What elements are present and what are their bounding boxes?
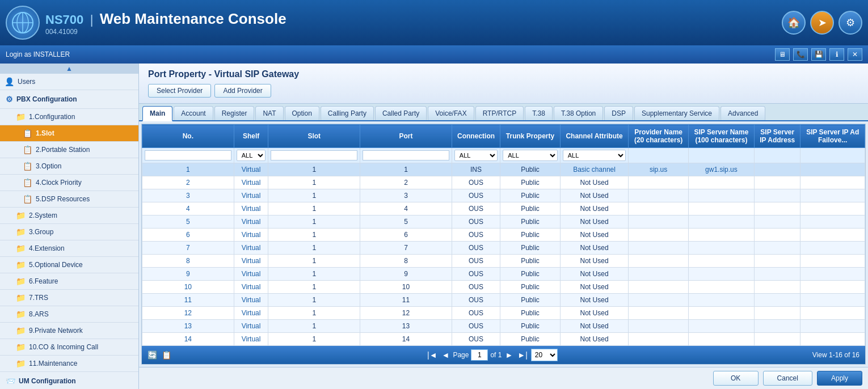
sidebar-item-pbx-config[interactable]: ⚙ PBX Configuration — [0, 90, 138, 109]
phone-icon[interactable]: 📞 — [793, 48, 808, 61]
tab-register[interactable]: Register — [214, 106, 255, 120]
tab-main[interactable]: Main — [142, 106, 172, 121]
tab-called-party[interactable]: Called Party — [375, 106, 427, 120]
sidebar-item-maintenance[interactable]: 📁 11.Maintenance — [0, 356, 138, 372]
sidebar-item-dsp-resources[interactable]: 📋 5.DSP Resources — [0, 191, 138, 208]
table-row[interactable]: 1Virtual11INSPublicBasic channelsip.usgw… — [142, 163, 865, 176]
filter-no-input[interactable] — [145, 150, 231, 160]
page-first-btn[interactable]: |◄ — [426, 350, 439, 360]
tab-calling-party[interactable]: Calling Party — [321, 106, 374, 120]
tab-dsp[interactable]: DSP — [604, 106, 633, 120]
tab-advanced[interactable]: Advanced — [720, 106, 765, 120]
tab-account[interactable]: Account — [174, 106, 213, 120]
tab-supplementary-service[interactable]: Supplementary Service — [634, 106, 719, 120]
table-row[interactable]: 2Virtual12OUSPublicNot Used — [142, 176, 865, 189]
sidebar-item-group[interactable]: 📁 3.Group — [0, 224, 138, 240]
table-cell[interactable]: 13 — [142, 320, 234, 333]
table-cell[interactable]: Virtual — [234, 202, 268, 215]
sidebar-item-configuration[interactable]: 📁 1.Configuration — [0, 109, 138, 125]
table-cell[interactable]: 8 — [142, 255, 234, 268]
sidebar-item-users[interactable]: 👤 Users — [0, 74, 138, 90]
page-number-input[interactable] — [471, 349, 488, 361]
table-row[interactable]: 6Virtual16OUSPublicNot Used — [142, 229, 865, 242]
apply-button[interactable]: Apply — [817, 371, 862, 386]
table-cell[interactable]: Virtual — [234, 163, 268, 176]
table-container[interactable]: No. Shelf Slot Port Connection Trunk Pro… — [142, 124, 865, 346]
filter-connection-select[interactable]: ALLINSOUS — [454, 150, 498, 161]
monitor-icon[interactable]: 🖥 — [775, 48, 790, 61]
sidebar-item-trs[interactable]: 📁 7.TRS — [0, 290, 138, 306]
table-row[interactable]: 9Virtual19OUSPublicNot Used — [142, 268, 865, 281]
sidebar-item-option[interactable]: 📋 3.Option — [0, 158, 138, 175]
table-cell[interactable]: 7 — [142, 242, 234, 255]
table-row[interactable]: 12Virtual112OUSPublicNot Used — [142, 307, 865, 320]
table-cell[interactable]: 11 — [142, 294, 234, 307]
ok-button[interactable]: OK — [713, 371, 759, 386]
table-cell[interactable]: Virtual — [234, 242, 268, 255]
table-cell[interactable]: Virtual — [234, 281, 268, 294]
table-cell[interactable]: Virtual — [234, 320, 268, 333]
table-cell[interactable]: Virtual — [234, 307, 268, 320]
table-row[interactable]: 5Virtual15OUSPublicNot Used — [142, 215, 865, 229]
page-last-btn[interactable]: ►| — [516, 350, 529, 360]
table-cell[interactable]: 6 — [142, 229, 234, 242]
page-next-btn[interactable]: ► — [504, 350, 514, 360]
table-row[interactable]: 14Virtual114OUSPublicNot Used — [142, 333, 865, 346]
tab-t38-option[interactable]: T.38 Option — [554, 106, 603, 120]
table-cell[interactable]: Virtual — [234, 268, 268, 281]
table-cell[interactable]: 2 — [142, 176, 234, 189]
tab-option[interactable]: Option — [285, 106, 319, 120]
sidebar-item-system[interactable]: 📁 2.System — [0, 208, 138, 224]
sidebar-item-portable-station[interactable]: 📋 2.Portable Station — [0, 142, 138, 158]
table-cell[interactable]: 4 — [142, 202, 234, 215]
table-cell[interactable]: 10 — [142, 281, 234, 294]
sidebar-item-clock-priority[interactable]: 📋 4.Clock Priority — [0, 175, 138, 191]
table-row[interactable]: 4Virtual14OUSPublicNot Used — [142, 202, 865, 215]
filter-slot-input[interactable] — [271, 150, 357, 160]
table-row[interactable]: 3Virtual13OUSPublicNot Used — [142, 189, 865, 202]
table-cell[interactable]: 9 — [142, 268, 234, 281]
save-icon[interactable]: 💾 — [811, 48, 826, 61]
sidebar-item-private-network[interactable]: 📁 9.Private Network — [0, 323, 138, 339]
table-row[interactable]: 10Virtual110OUSPublicNot Used — [142, 281, 865, 294]
filter-channel-attribute-select[interactable]: ALLBasic channelNot Used — [563, 150, 626, 161]
table-cell[interactable]: 12 — [142, 307, 234, 320]
table-cell[interactable]: gw1.sip.us — [688, 163, 754, 176]
table-cell[interactable]: Virtual — [234, 255, 268, 268]
table-cell[interactable]: sip.us — [629, 163, 688, 176]
sidebar-item-slot[interactable]: 📋 1.Slot — [0, 125, 138, 142]
filter-trunk-property-select[interactable]: ALLPublicPrivate — [503, 150, 557, 161]
page-prev-btn[interactable]: ◄ — [441, 350, 451, 360]
sidebar-item-um-config[interactable]: 📨 UM Configuration — [0, 372, 138, 389]
sidebar-item-optional-device[interactable]: 📁 5.Optional Device — [0, 257, 138, 273]
add-provider-button[interactable]: Add Provider — [214, 84, 271, 98]
settings-button[interactable]: ⚙ — [838, 11, 862, 35]
table-row[interactable]: 11Virtual111OUSPublicNot Used — [142, 294, 865, 307]
tab-rtp-rtcp[interactable]: RTP/RTCP — [475, 106, 524, 120]
sidebar-scroll-up[interactable]: ▲ — [0, 64, 138, 74]
filter-shelf-select[interactable]: ALL — [237, 150, 266, 161]
table-row[interactable]: 13Virtual113OUSPublicNot Used — [142, 320, 865, 333]
navigate-button[interactable]: ➤ — [810, 11, 834, 35]
info-icon[interactable]: ℹ — [829, 48, 844, 61]
select-provider-button[interactable]: Select Provider — [148, 84, 211, 98]
table-cell[interactable]: Basic channel — [560, 163, 629, 176]
table-row[interactable]: 7Virtual17OUSPublicNot Used — [142, 242, 865, 255]
table-cell[interactable]: 3 — [142, 189, 234, 202]
table-cell[interactable]: Virtual — [234, 215, 268, 229]
table-cell[interactable]: 5 — [142, 215, 234, 229]
refresh-icon[interactable]: 🔄 — [148, 350, 157, 360]
export-icon[interactable]: 📋 — [162, 350, 171, 360]
sidebar-item-co-incoming[interactable]: 📁 10.CO & Incoming Call — [0, 339, 138, 356]
tab-t38[interactable]: T.38 — [525, 106, 553, 120]
exit-icon[interactable]: ✕ — [848, 48, 862, 61]
sidebar-item-ars[interactable]: 📁 8.ARS — [0, 306, 138, 323]
table-cell[interactable]: Virtual — [234, 294, 268, 307]
tab-nat[interactable]: NAT — [255, 106, 283, 120]
sidebar-item-extension[interactable]: 📁 4.Extension — [0, 240, 138, 257]
table-cell[interactable]: 14 — [142, 333, 234, 346]
table-cell[interactable]: Virtual — [234, 229, 268, 242]
table-cell[interactable]: Virtual — [234, 176, 268, 189]
table-cell[interactable]: Virtual — [234, 189, 268, 202]
table-cell[interactable]: 1 — [142, 163, 234, 176]
